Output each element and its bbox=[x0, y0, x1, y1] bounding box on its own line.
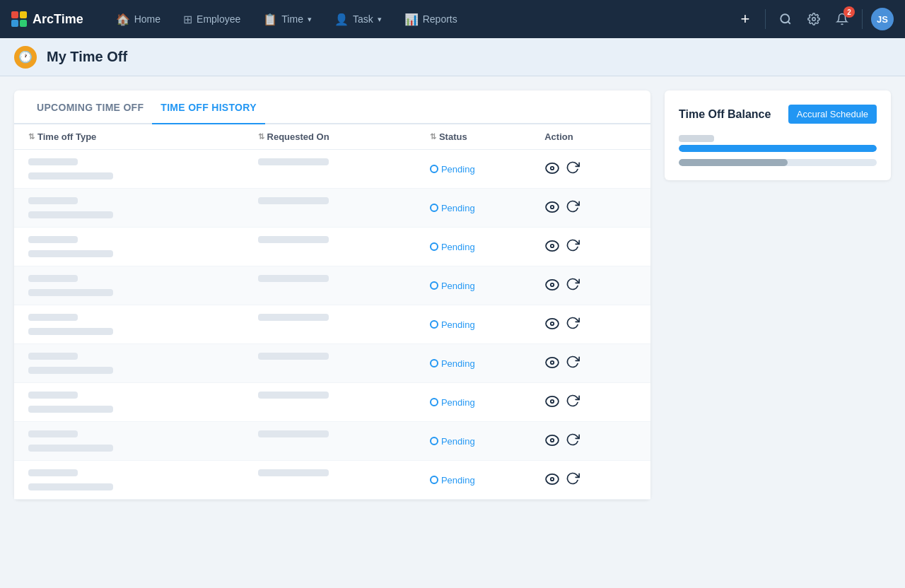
page-icon: 🕐 bbox=[14, 46, 37, 69]
cell-status-1: Pending bbox=[430, 203, 544, 213]
table-row: Pending bbox=[14, 461, 650, 500]
view-icon-7[interactable] bbox=[544, 433, 560, 449]
nav-divider-1 bbox=[765, 9, 766, 29]
svg-point-20 bbox=[551, 361, 554, 363]
nav-time-label: Time bbox=[281, 13, 303, 25]
user-avatar[interactable]: JS bbox=[871, 8, 894, 30]
req-skeleton-2 bbox=[258, 236, 329, 243]
refresh-icon-4[interactable] bbox=[566, 316, 580, 334]
svg-point-11 bbox=[551, 245, 554, 247]
type-skeleton-5 bbox=[28, 353, 78, 360]
status-dot-2 bbox=[430, 242, 438, 251]
svg-point-5 bbox=[551, 167, 554, 169]
type-skeleton-sub-7 bbox=[28, 445, 113, 452]
cell-status-2: Pending bbox=[430, 242, 544, 252]
nav-reports[interactable]: 📊 Reports bbox=[395, 8, 467, 30]
cell-status-8: Pending bbox=[430, 475, 544, 486]
status-pending-1: Pending bbox=[430, 203, 544, 213]
req-skeleton-1 bbox=[258, 197, 329, 204]
nav-task[interactable]: 👤 Task ▾ bbox=[325, 8, 392, 30]
type-skeleton-sub-4 bbox=[28, 328, 113, 335]
status-pending-2: Pending bbox=[430, 242, 544, 252]
progress-track-2 bbox=[679, 159, 877, 166]
logo[interactable]: ArcTime bbox=[11, 11, 83, 27]
tab-upcoming[interactable]: UPCOMING TIME OFF bbox=[28, 90, 152, 124]
req-skeleton-4 bbox=[258, 314, 329, 321]
req-skeleton-7 bbox=[258, 430, 329, 437]
status-pending-3: Pending bbox=[430, 281, 544, 291]
logo-grid bbox=[11, 11, 27, 27]
notification-button[interactable]: 2 bbox=[831, 8, 853, 30]
cell-status-4: Pending bbox=[430, 319, 544, 330]
cell-requested-1 bbox=[258, 197, 430, 218]
refresh-icon-8[interactable] bbox=[566, 471, 580, 489]
status-pending-4: Pending bbox=[430, 319, 544, 330]
refresh-icon-0[interactable] bbox=[566, 160, 580, 178]
refresh-icon-3[interactable] bbox=[566, 277, 580, 295]
app-name: ArcTime bbox=[33, 12, 83, 27]
nav-home[interactable]: 🏠 Home bbox=[106, 8, 170, 30]
view-icon-0[interactable] bbox=[544, 161, 560, 177]
status-dot-3 bbox=[430, 281, 438, 290]
view-icon-3[interactable] bbox=[544, 278, 560, 294]
view-icon-5[interactable] bbox=[544, 355, 560, 372]
cell-type-4 bbox=[28, 314, 258, 335]
view-icon-4[interactable] bbox=[544, 317, 560, 333]
type-skeleton-0 bbox=[28, 158, 78, 165]
home-icon: 🏠 bbox=[116, 13, 130, 26]
svg-point-0 bbox=[781, 14, 789, 23]
refresh-icon-2[interactable] bbox=[566, 238, 580, 256]
table-row: Pending bbox=[14, 228, 650, 266]
status-pending-7: Pending bbox=[430, 436, 544, 447]
refresh-icon-5[interactable] bbox=[566, 355, 580, 372]
table-row: Pending bbox=[14, 383, 650, 422]
progress-fill-2 bbox=[679, 159, 788, 166]
table-row: Pending bbox=[14, 344, 650, 383]
cell-status-5: Pending bbox=[430, 358, 544, 369]
view-icon-2[interactable] bbox=[544, 239, 560, 255]
view-icon-1[interactable] bbox=[544, 200, 560, 216]
view-icon-6[interactable] bbox=[544, 394, 560, 411]
time-dropdown-icon: ▾ bbox=[308, 15, 312, 24]
cell-requested-3 bbox=[258, 275, 430, 296]
balance-header: Time Off Balance Accural Schedule bbox=[679, 105, 877, 124]
cell-type-8 bbox=[28, 469, 258, 490]
status-dot-4 bbox=[430, 320, 438, 329]
nav-employee[interactable]: ⊞ Employee bbox=[173, 8, 250, 30]
page-title: My Time Off bbox=[47, 49, 127, 65]
svg-point-17 bbox=[551, 322, 554, 324]
refresh-icon-1[interactable] bbox=[566, 199, 580, 217]
svg-point-14 bbox=[551, 283, 554, 286]
svg-point-29 bbox=[551, 478, 554, 480]
task-icon: 👤 bbox=[334, 13, 349, 26]
search-button[interactable] bbox=[774, 8, 797, 30]
reports-icon: 📊 bbox=[404, 13, 419, 26]
refresh-icon-7[interactable] bbox=[566, 433, 580, 450]
table-row: Pending bbox=[14, 266, 650, 305]
type-skeleton-sub-6 bbox=[28, 406, 113, 413]
accural-schedule-button[interactable]: Accural Schedule bbox=[788, 105, 877, 124]
svg-point-2 bbox=[812, 18, 816, 21]
nav-items: 🏠 Home ⊞ Employee 📋 Time ▾ 👤 Task ▾ 📊 Re… bbox=[106, 8, 728, 30]
status-pending-6: Pending bbox=[430, 397, 544, 408]
req-skeleton-3 bbox=[258, 275, 329, 282]
balance-bar-row-2 bbox=[679, 159, 877, 166]
refresh-icon-6[interactable] bbox=[566, 394, 580, 411]
svg-point-8 bbox=[551, 206, 554, 208]
nav-employee-label: Employee bbox=[197, 13, 240, 25]
tab-history[interactable]: TIME OFF HISTORY bbox=[152, 90, 264, 124]
add-button[interactable]: + bbox=[734, 8, 757, 30]
status-dot-5 bbox=[430, 359, 438, 368]
cell-type-7 bbox=[28, 430, 258, 452]
view-icon-8[interactable] bbox=[544, 472, 560, 488]
col-requested: ⇅ Requested On bbox=[258, 131, 430, 142]
employee-icon: ⊞ bbox=[183, 13, 192, 26]
nav-time[interactable]: 📋 Time ▾ bbox=[253, 8, 322, 30]
cell-action-0 bbox=[544, 160, 636, 178]
type-skeleton-8 bbox=[28, 469, 78, 476]
req-skeleton-8 bbox=[258, 469, 329, 476]
subheader: 🕐 My Time Off bbox=[0, 38, 905, 76]
type-skeleton-4 bbox=[28, 314, 78, 321]
settings-button[interactable] bbox=[802, 8, 825, 30]
type-skeleton-3 bbox=[28, 275, 78, 282]
